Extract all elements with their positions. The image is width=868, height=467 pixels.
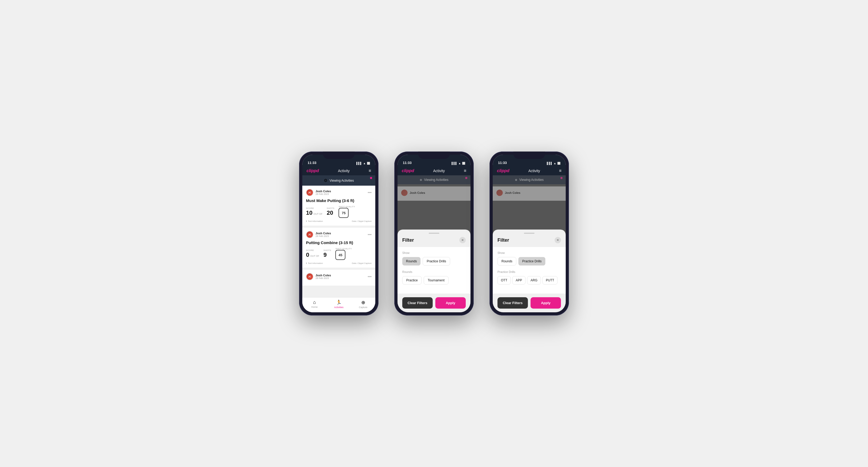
card-1-source: Data: Clippd Capture <box>352 220 372 222</box>
score-value-1: 10 <box>306 210 312 216</box>
viewing-bar-3-dim: ⚙ Viewing Activities <box>493 175 566 184</box>
capture-label-1: Capture <box>359 306 367 309</box>
show-buttons-3: Rounds Practice Drills <box>497 257 561 266</box>
filter-header-2: Filter ✕ <box>398 237 470 247</box>
status-icons-3: ▌▌▌ ▲ ⬜ <box>547 162 560 165</box>
phone-2-screen: 11:33 ▌▌▌ ▲ ⬜ clippd Activity ≡ ⚙ Viewin… <box>398 155 470 312</box>
arg-btn-3[interactable]: ARG <box>527 276 541 284</box>
show-buttons-2: Rounds Practice Drills <box>402 257 466 266</box>
card-2-user: JC Josh Coles 28 Feb 2023 <box>306 231 331 238</box>
activities-icon-1: 🏃 <box>336 300 342 305</box>
filter-close-2[interactable]: ✕ <box>459 237 466 243</box>
dim-user-row-3: Josh Coles <box>496 190 562 196</box>
phone-3: 11:33 ▌▌▌ ▲ ⬜ clippd Activity ≡ ⚙ Viewin… <box>490 152 569 315</box>
user-name-3: Josh Coles <box>315 274 331 277</box>
menu-icon-1[interactable]: ≡ <box>369 168 371 173</box>
viewing-bar-1[interactable]: ⚙ Viewing Activities <box>302 175 375 186</box>
battery-icon-2: ⬜ <box>462 162 465 165</box>
rounds-label-2: Rounds <box>402 270 466 274</box>
card-3-dots[interactable]: ••• <box>368 275 372 279</box>
avatar-1: JC <box>306 189 313 196</box>
shots-value-2: 9 <box>323 251 331 258</box>
viewing-icon-2-dim: ⚙ <box>420 179 422 181</box>
dim-avatar <box>401 190 408 196</box>
dim-user-name-3: Josh Coles <box>505 191 521 194</box>
clear-btn-3[interactable]: Clear Filters <box>497 297 528 309</box>
filter-show-label-3: Show <box>497 251 561 254</box>
activity-list-1: JC Josh Coles 28 Feb 2023 ••• Must Make … <box>302 186 375 297</box>
stat-quality-2: Shot Quality 45 <box>335 248 352 260</box>
nav-title-3: Activity <box>528 169 540 173</box>
tournament-btn-2[interactable]: Tournament <box>424 276 448 284</box>
time-3: 11:33 <box>498 161 507 165</box>
bottom-nav-1: ⌂ Home 🏃 Activities ⊕ Capture <box>302 297 375 312</box>
quality-badge-1: 75 <box>339 208 348 218</box>
card-1-dots[interactable]: ••• <box>368 190 372 195</box>
clear-btn-2[interactable]: Clear Filters <box>402 297 433 309</box>
viewing-icon-3-dim: ⚙ <box>515 179 517 181</box>
stat-shots-2: Shots 9 <box>323 249 331 258</box>
ott-btn-3[interactable]: OTT <box>497 276 511 284</box>
user-info-1: Josh Coles 28 Feb 2023 <box>315 190 331 195</box>
practice-drills-btn-3[interactable]: Practice Drills <box>518 257 545 266</box>
menu-icon-3[interactable]: ≡ <box>559 168 561 173</box>
user-date-2: 28 Feb 2023 <box>315 235 331 238</box>
filter-header-3: Filter ✕ <box>493 237 566 247</box>
app-btn-3[interactable]: APP <box>512 276 526 284</box>
nav-bar-1: clippd Activity ≡ <box>302 166 375 175</box>
stat-shots-1: Shots 20 <box>327 207 334 216</box>
phone-3-screen: 11:33 ▌▌▌ ▲ ⬜ clippd Activity ≡ ⚙ Viewin… <box>493 155 566 312</box>
phone-2: 11:33 ▌▌▌ ▲ ⬜ clippd Activity ≡ ⚙ Viewin… <box>394 152 474 315</box>
score-label-1: Score <box>306 207 322 210</box>
signal-icon-2: ▌▌▌ <box>452 162 457 165</box>
quality-badge-2: 45 <box>335 250 345 260</box>
score-value-2: 0 <box>306 251 309 258</box>
out-of-1: OUT OF <box>313 213 322 215</box>
wifi-icon-2: ▲ <box>458 162 461 165</box>
filter-actions-3: Clear Filters Apply <box>493 293 566 312</box>
dim-avatar-3 <box>496 190 503 196</box>
dimmed-area-3: ⚙ Viewing Activities Josh Coles Filter <box>493 175 566 312</box>
filter-title-3: Filter <box>497 238 509 243</box>
home-label-1: Home <box>311 306 318 308</box>
apply-btn-2[interactable]: Apply <box>435 297 466 309</box>
notch-2 <box>418 152 450 159</box>
apply-btn-3[interactable]: Apply <box>530 297 561 309</box>
nav-activities-1[interactable]: 🏃 Activities <box>327 300 351 309</box>
phone-1: 11:33 ▌▌▌ ▲ ⬜ clippd Activity ≡ ⚙ Vie <box>299 152 378 315</box>
signal-icon-1: ▌▌▌ <box>356 162 362 165</box>
user-info-2: Josh Coles 28 Feb 2023 <box>315 232 331 238</box>
score-label-2: Score <box>306 249 319 251</box>
card-2-header: JC Josh Coles 28 Feb 2023 ••• <box>306 231 372 238</box>
user-info-3: Josh Coles 28 Feb 2023 <box>315 274 331 280</box>
capture-icon-1: ⊕ <box>361 300 365 305</box>
card-1-footer: ℹ Test Information Data: Clippd Capture <box>306 220 372 222</box>
practice-drills-btn-2[interactable]: Practice Drills <box>423 257 450 266</box>
card-2-dots[interactable]: ••• <box>368 232 372 237</box>
menu-icon-2[interactable]: ≡ <box>464 168 466 173</box>
putt-btn-3[interactable]: PUTT <box>542 276 558 284</box>
score-row-2: 0 OUT OF <box>306 251 319 258</box>
filter-title-2: Filter <box>402 238 414 243</box>
shots-label-2: Shots <box>323 249 331 251</box>
rounds-btn-3[interactable]: Rounds <box>497 257 516 266</box>
rounds-btn-2[interactable]: Rounds <box>402 257 421 266</box>
nav-bar-2: clippd Activity ≡ <box>398 166 470 175</box>
card-1-user: JC Josh Coles 28 Feb 2023 <box>306 189 331 196</box>
notch-1 <box>323 152 355 159</box>
activity-card-1[interactable]: JC Josh Coles 28 Feb 2023 ••• Must Make … <box>302 186 375 225</box>
time-2: 11:33 <box>403 161 411 165</box>
practice-btn-2[interactable]: Practice <box>402 276 422 284</box>
nav-home-1[interactable]: ⌂ Home <box>302 300 327 309</box>
status-icons-2: ▌▌▌ ▲ ⬜ <box>452 162 465 165</box>
viewing-text-1: Viewing Activities <box>330 179 354 183</box>
card-3-header: JC Josh Coles 28 Feb 2023 ••• <box>306 273 372 280</box>
activity-card-3[interactable]: JC Josh Coles 28 Feb 2023 ••• <box>302 270 375 286</box>
card-2-dim: Josh Coles <box>398 186 470 201</box>
phone-1-screen: 11:33 ▌▌▌ ▲ ⬜ clippd Activity ≡ ⚙ Vie <box>302 155 375 312</box>
dimmed-area-2: ⚙ Viewing Activities Josh Coles Filter <box>398 175 470 312</box>
filter-close-3[interactable]: ✕ <box>555 237 561 243</box>
activity-card-2[interactable]: JC Josh Coles 28 Feb 2023 ••• Putting Co… <box>302 228 375 268</box>
avatar-img-2: JC <box>307 231 313 238</box>
nav-capture-1[interactable]: ⊕ Capture <box>351 300 375 309</box>
